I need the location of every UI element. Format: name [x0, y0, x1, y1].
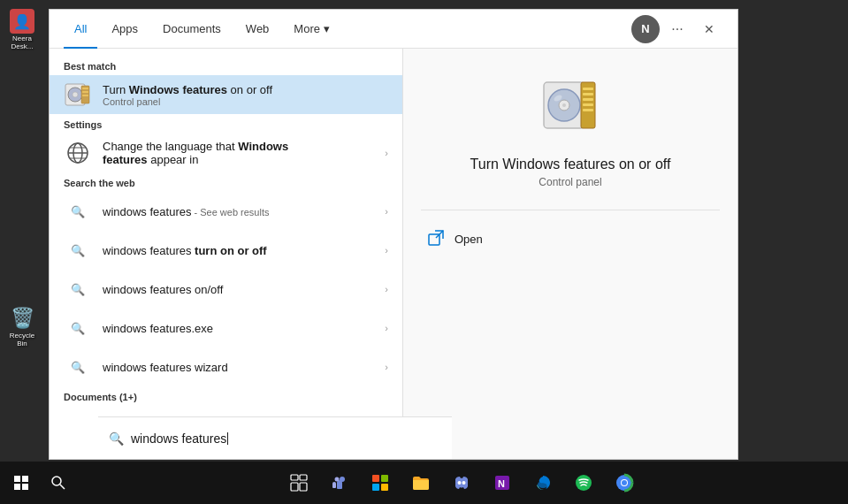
taskbar-discord-app[interactable] — [442, 463, 481, 502]
web-search-icon-1: 🔍 — [64, 236, 92, 264]
web-item-4-text: windows features wizard — [103, 361, 374, 374]
taskbar-start-button[interactable] — [4, 465, 39, 500]
svg-text:N: N — [498, 478, 505, 489]
svg-rect-31 — [291, 475, 298, 480]
web-search-icon-0: 🔍 — [64, 197, 92, 225]
settings-item-title: Change the language that Windowsfeatures… — [103, 140, 374, 166]
web-item-1[interactable]: 🔍 windows features turn on or off › — [50, 231, 402, 270]
svg-point-29 — [52, 477, 61, 485]
svg-line-30 — [60, 485, 65, 489]
tab-web[interactable]: Web — [235, 10, 280, 49]
svg-rect-25 — [14, 476, 20, 482]
desktop-icon-user[interactable]: 👤 NeeraDesk... — [4, 9, 40, 51]
taskbar: N — [0, 462, 848, 504]
more-options-button[interactable]: ··· — [663, 15, 691, 43]
best-match-subtitle: Control panel — [103, 96, 388, 107]
svg-point-36 — [334, 477, 339, 482]
best-match-item[interactable]: Turn Windows features on or off Control … — [50, 75, 402, 114]
web-item-3-title: windows features.exe — [103, 322, 374, 335]
web-item-4-title: windows features wizard — [103, 361, 374, 374]
svg-rect-21 — [583, 109, 593, 111]
open-icon — [428, 230, 446, 248]
taskbar-files-app[interactable] — [401, 463, 440, 502]
best-match-header: Best match — [50, 56, 402, 75]
svg-rect-19 — [583, 98, 593, 101]
svg-rect-33 — [291, 483, 298, 491]
taskbar-spotify-app[interactable] — [564, 463, 603, 502]
web-header: Search the web — [50, 172, 402, 192]
web-item-1-text: windows features turn on or off — [103, 244, 374, 257]
web-item-1-title: windows features turn on or off — [103, 244, 374, 257]
taskbar-onenote-app[interactable]: N — [483, 463, 522, 502]
search-bar-text: windows features — [131, 431, 226, 446]
settings-item-arrow: › — [385, 148, 388, 158]
web-item-3[interactable]: 🔍 windows features.exe › — [50, 309, 402, 347]
right-panel-subtitle: Control panel — [539, 176, 601, 188]
search-popup: All Apps Documents Web More ▾ N ··· ✕ Be… — [49, 9, 738, 460]
settings-item[interactable]: Change the language that Windowsfeatures… — [50, 134, 402, 172]
open-action[interactable]: Open — [421, 225, 720, 253]
web-item-0-arrow: › — [385, 206, 388, 217]
web-item-3-text: windows features.exe — [103, 322, 374, 335]
search-content: Best match Turn Win — [50, 49, 737, 459]
web-item-0[interactable]: 🔍 windows features - See web results › — [50, 192, 402, 231]
svg-rect-40 — [381, 484, 388, 491]
right-panel-icon-area — [539, 75, 602, 142]
taskbar-chrome-app[interactable] — [605, 463, 644, 502]
user-avatar-button[interactable]: N — [631, 15, 660, 43]
search-bar-container: 🔍 windows features — [98, 416, 452, 459]
tab-all[interactable]: All — [64, 10, 97, 49]
svg-rect-5 — [82, 91, 88, 93]
web-item-2-arrow: › — [385, 284, 388, 294]
svg-point-45 — [538, 481, 548, 488]
svg-rect-37 — [372, 475, 379, 482]
web-item-0-text: windows features - See web results — [103, 205, 374, 218]
right-panel-divider — [421, 210, 720, 210]
settings-item-text: Change the language that Windowsfeatures… — [103, 140, 374, 166]
right-panel-title: Turn Windows features on or off — [470, 157, 671, 172]
desktop-icons-area: 👤 NeeraDesk... 🗑️ RecycleBin — [0, 0, 44, 460]
tab-documents[interactable]: Documents — [152, 10, 232, 49]
web-item-2-text: windows features on/off — [103, 283, 374, 296]
web-item-4[interactable]: 🔍 windows features wizard › — [50, 347, 402, 386]
svg-point-41 — [457, 481, 461, 485]
web-item-2[interactable]: 🔍 windows features on/off › — [50, 270, 402, 309]
search-bar-icon: 🔍 — [109, 431, 124, 446]
taskbar-search-button[interactable] — [41, 465, 76, 500]
svg-point-2 — [73, 92, 78, 97]
best-match-title: Turn Windows features on or off — [103, 83, 388, 96]
taskbar-store-app[interactable] — [361, 463, 400, 502]
svg-point-50 — [622, 480, 627, 485]
svg-rect-32 — [300, 475, 307, 480]
language-settings-icon — [64, 139, 92, 167]
best-match-text: Turn Windows features on or off Control … — [103, 83, 388, 107]
taskbar-edge-app[interactable] — [523, 463, 562, 502]
taskbar-apps-area: N — [78, 463, 844, 502]
documents-header: Documents (1+) — [50, 386, 402, 406]
open-label: Open — [455, 233, 483, 246]
svg-rect-27 — [14, 484, 20, 490]
svg-rect-39 — [372, 484, 379, 491]
svg-rect-38 — [381, 475, 388, 482]
search-cursor — [227, 432, 228, 445]
settings-header: Settings — [50, 114, 402, 134]
control-panel-icon — [64, 80, 92, 109]
taskbar-task-view[interactable] — [279, 463, 318, 502]
taskbar-teams-app[interactable] — [320, 463, 359, 502]
svg-rect-4 — [82, 88, 88, 89]
web-item-3-arrow: › — [385, 323, 388, 333]
svg-rect-28 — [22, 484, 28, 490]
svg-point-42 — [462, 481, 465, 485]
svg-rect-18 — [583, 93, 593, 95]
web-item-4-arrow: › — [385, 362, 388, 372]
web-search-icon-2: 🔍 — [64, 275, 92, 303]
web-search-icon-3: 🔍 — [64, 314, 92, 342]
close-button[interactable]: ✕ — [695, 15, 723, 43]
tab-apps[interactable]: Apps — [101, 10, 149, 49]
web-search-icon-4: 🔍 — [64, 353, 92, 381]
windows-features-large-icon — [539, 75, 602, 139]
svg-rect-17 — [583, 88, 593, 90]
tab-more[interactable]: More ▾ — [283, 10, 340, 49]
svg-rect-26 — [22, 476, 28, 482]
desktop-icon-recycle[interactable]: 🗑️ RecycleBin — [4, 306, 40, 348]
